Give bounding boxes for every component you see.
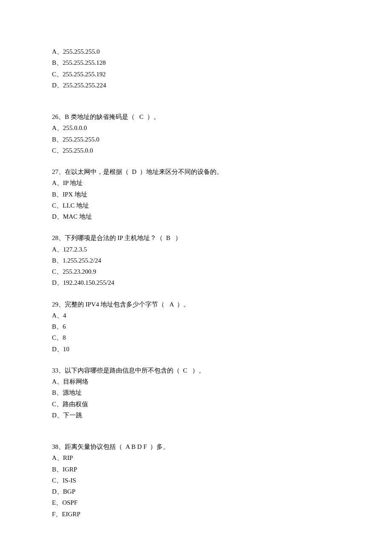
option-text: B、255.255.255.128 <box>52 57 340 68</box>
question-29: 29、完整的 IPV4 地址包含多少个字节（ A ）。 A、4 B、6 C、8 … <box>52 299 340 355</box>
option-text: A、IP 地址 <box>52 177 340 188</box>
option-text: A、255.0.0.0 <box>52 122 340 133</box>
option-text: C、255.23.200.9 <box>52 266 340 277</box>
option-text: C、IS-IS <box>52 475 340 486</box>
question-stem: 27、在以太网中，是根据（ D ）地址来区分不同的设备的。 <box>52 166 340 177</box>
option-text: D、MAC 地址 <box>52 211 340 222</box>
question-28: 28、下列哪项是合法的 IP 主机地址？（ B ） A、127.2.3.5 B、… <box>52 232 340 288</box>
question-stem: 26、B 类地址的缺省掩码是（ C ）。 <box>52 111 340 122</box>
option-text: C、255.255.0.0 <box>52 145 340 156</box>
option-text: C、路由权值 <box>52 399 340 410</box>
option-text: D、10 <box>52 344 340 355</box>
question-stem: 28、下列哪项是合法的 IP 主机地址？（ B ） <box>52 232 340 243</box>
option-text: D、下一跳 <box>52 410 340 421</box>
option-text: D、192.240.150.255/24 <box>52 277 340 288</box>
question-27: 27、在以太网中，是根据（ D ）地址来区分不同的设备的。 A、IP 地址 B、… <box>52 166 340 222</box>
option-text: B、源地址 <box>52 387 340 398</box>
option-text: B、1.255.255.2/24 <box>52 255 340 266</box>
option-text: A、目标网络 <box>52 376 340 387</box>
question-stem: 33、以下内容哪些是路由信息中所不包含的（ C ）。 <box>52 365 340 376</box>
option-text: C、255.255.255.192 <box>52 69 340 80</box>
option-text: A、4 <box>52 310 340 321</box>
question-stem: 29、完整的 IPV4 地址包含多少个字节（ A ）。 <box>52 299 340 310</box>
option-text: A、255.255.255.0 <box>52 46 340 57</box>
option-text: D、255.255.255.224 <box>52 80 340 91</box>
option-text: B、255.255.255.0 <box>52 134 340 145</box>
option-text: C、8 <box>52 332 340 343</box>
question-26: 26、B 类地址的缺省掩码是（ C ）。 A、255.0.0.0 B、255.2… <box>52 111 340 156</box>
option-text: B、IPX 地址 <box>52 189 340 200</box>
question-25-options: A、255.255.255.0 B、255.255.255.128 C、255.… <box>52 46 340 91</box>
option-text: B、6 <box>52 321 340 332</box>
question-38: 38、距离矢量协议包括（ A B D F ）多。 A、RIP B、IGRP C、… <box>52 441 340 520</box>
option-text: C、LLC 地址 <box>52 200 340 211</box>
document-page: A、255.255.255.0 B、255.255.255.128 C、255.… <box>0 0 392 555</box>
option-text: A、127.2.3.5 <box>52 244 340 255</box>
option-text: A、RIP <box>52 452 340 463</box>
option-text: F、EIGRP <box>52 509 340 520</box>
option-text: E、OSPF <box>52 497 340 508</box>
option-text: D、BGP <box>52 486 340 497</box>
option-text: B、IGRP <box>52 464 340 475</box>
question-stem: 38、距离矢量协议包括（ A B D F ）多。 <box>52 441 340 452</box>
question-33: 33、以下内容哪些是路由信息中所不包含的（ C ）。 A、目标网络 B、源地址 … <box>52 365 340 421</box>
